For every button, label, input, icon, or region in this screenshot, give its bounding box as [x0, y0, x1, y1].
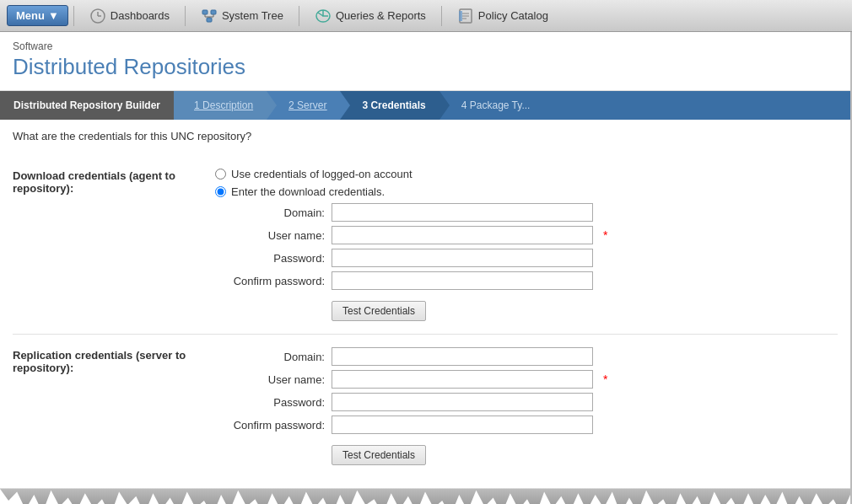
clock-icon — [89, 8, 106, 24]
rep-confirm-password-row: Confirm password: — [215, 416, 838, 434]
download-section-label: Download credentials (agent torepository… — [13, 168, 215, 321]
replication-credentials-section: Replication credentials (server toreposi… — [13, 335, 838, 478]
menu-button[interactable]: Menu ▼ — [7, 5, 68, 26]
wizard-step-credentials[interactable]: 3 Credentials — [340, 91, 439, 120]
nav-separator-4 — [441, 6, 442, 26]
rep-domain-input[interactable] — [332, 347, 593, 366]
policy-catalog-label: Policy Catalog — [478, 9, 548, 22]
replication-section-content: Domain: User name: * Password: Confirm p… — [215, 347, 838, 465]
radio-logged-on-input[interactable] — [215, 169, 226, 180]
replication-section-label: Replication credentials (server toreposi… — [13, 347, 215, 465]
test-credentials-button-replication[interactable]: Test Credentials — [332, 445, 426, 465]
username-label: User name: — [215, 229, 325, 242]
nav-item-dashboards[interactable]: Dashboards — [79, 3, 180, 29]
menu-arrow: ▼ — [48, 9, 59, 22]
step-credentials-label: 3 Credentials — [362, 99, 425, 111]
password-label: Password: — [215, 252, 325, 265]
rep-password-input[interactable] — [332, 393, 593, 411]
rep-username-row: User name: * — [215, 370, 838, 389]
username-required-star: * — [603, 228, 607, 242]
tree-icon — [201, 8, 218, 24]
wizard-step-server[interactable]: 2 Server — [267, 91, 340, 120]
nav-separator-3 — [299, 6, 299, 26]
chart-icon — [315, 8, 332, 24]
username-input[interactable] — [332, 226, 593, 244]
password-row: Password: — [215, 249, 838, 267]
nav-item-policy-catalog[interactable]: Policy Catalog — [447, 3, 558, 29]
radio-enter-download-input[interactable] — [215, 186, 226, 197]
form-area: What are the credentials for this UNC re… — [0, 120, 850, 489]
username-row: User name: * — [215, 226, 838, 244]
content-wrapper: Software Distributed Repositories Distri… — [0, 32, 852, 504]
domain-label: Domain: — [215, 206, 325, 219]
radio-enter-download[interactable]: Enter the download credentials. — [215, 185, 838, 198]
system-tree-label: System Tree — [222, 9, 283, 22]
download-credentials-section: Download credentials (agent torepository… — [13, 155, 838, 335]
page-title: Distributed Repositories — [13, 54, 838, 80]
svg-rect-4 — [211, 10, 216, 14]
step-server-label: 2 Server — [288, 99, 326, 111]
svg-rect-15 — [459, 11, 462, 21]
queries-reports-label: Queries & Reports — [336, 9, 426, 22]
rep-username-input[interactable] — [332, 370, 593, 389]
rep-confirm-password-label: Confirm password: — [215, 419, 325, 432]
rep-confirm-password-input[interactable] — [332, 416, 593, 434]
page-subtitle: Software — [13, 40, 838, 52]
page-header: Software Distributed Repositories — [0, 32, 850, 91]
wizard-step-description[interactable]: 1 Description — [174, 91, 267, 120]
domain-row: Domain: — [215, 203, 838, 222]
wizard-step-package-type[interactable]: 4 Package Ty... — [439, 91, 850, 120]
svg-rect-3 — [202, 10, 208, 14]
confirm-password-label: Confirm password: — [215, 275, 325, 287]
rep-domain-label: Domain: — [215, 351, 325, 363]
domain-input[interactable] — [332, 203, 593, 222]
wizard-builder-label: Distributed Repository Builder — [0, 91, 174, 120]
dashboards-label: Dashboards — [111, 9, 170, 22]
top-nav: Menu ▼ Dashboards System Tre — [0, 0, 852, 32]
jagged-bottom — [0, 489, 850, 504]
svg-rect-5 — [207, 18, 212, 22]
form-description: What are the credentials for this UNC re… — [13, 130, 838, 142]
download-section-content: Use credentials of logged-on account Ent… — [215, 168, 838, 321]
rep-domain-row: Domain: — [215, 347, 838, 366]
policy-icon — [457, 8, 474, 24]
nav-item-queries-reports[interactable]: Queries & Reports — [305, 3, 436, 29]
menu-label: Menu — [16, 9, 45, 22]
nav-separator-1 — [73, 6, 74, 26]
confirm-password-input[interactable] — [332, 271, 593, 290]
test-credentials-button-download[interactable]: Test Credentials — [332, 301, 426, 321]
rep-username-required-star: * — [603, 373, 607, 386]
step-description-label: 1 Description — [194, 99, 253, 111]
radio-use-logged-on[interactable]: Use credentials of logged-on account — [215, 168, 838, 180]
confirm-password-row: Confirm password: — [215, 271, 838, 290]
password-input[interactable] — [332, 249, 593, 267]
radio-enter-download-label[interactable]: Enter the download credentials. — [231, 185, 385, 198]
nav-separator-2 — [185, 6, 186, 26]
nav-item-system-tree[interactable]: System Tree — [191, 3, 294, 29]
rep-password-row: Password: — [215, 393, 838, 411]
rep-password-label: Password: — [215, 396, 325, 409]
wizard-bar: Distributed Repository Builder 1 Descrip… — [0, 91, 850, 120]
step-package-label: 4 Package Ty... — [461, 99, 531, 111]
rep-username-label: User name: — [215, 373, 325, 386]
radio-logged-on-label[interactable]: Use credentials of logged-on account — [231, 168, 413, 180]
